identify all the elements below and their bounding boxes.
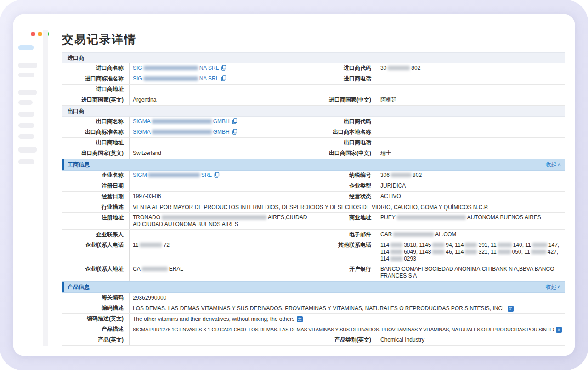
sidebar-item-placeholder[interactable] [18,73,34,77]
value-text: 29362990000 [133,295,166,302]
value-text: 1143818, 114594, 114391, 11140, 11147, 1… [380,242,559,262]
copy-icon[interactable] [221,75,226,81]
sidebar-item-placeholder[interactable] [18,100,33,105]
field-value: PUEYAUTONOMA BUENOS AIRES [377,213,565,229]
field-label: 进口商名称 [62,63,129,74]
link-text[interactable]: NA SRL [199,65,219,71]
field-label: 其他联系电话 [314,240,377,264]
table-row: 出口商名称SIGMAGMBH出口商代码 [62,117,565,127]
sidebar-scrollbar-track[interactable] [43,30,48,346]
translate-icon[interactable]: 文 [556,327,562,333]
translate-icon[interactable]: 文 [297,316,303,322]
translate-icon[interactable]: 文 [508,306,514,312]
table-row: 编码描述(英文)The other vitamins and their der… [62,314,565,324]
sidebar-item-placeholder[interactable] [18,90,37,95]
value-segment: 114 [380,242,389,248]
field-label: 进口商地址 [62,85,129,95]
sidebar-item-placeholder[interactable] [18,123,34,128]
collapse-button[interactable]: 收起∧ [545,283,561,291]
sidebar-item-placeholder[interactable] [18,159,34,164]
copy-icon[interactable] [221,65,226,71]
value-segment: ACTIVO [380,193,401,199]
link-text[interactable]: GMBH [213,118,230,125]
browser-window: 交易记录详情 进口商进口商名称SIGNA SRL进口商代码30802进口商标准名… [13,14,575,356]
sidebar-item-placeholder[interactable] [18,63,37,68]
value-segment: VENTA AL POR MAYOR DE PRODUCTOS INTERMED… [133,204,489,211]
value-segment: BANCO COMAFI SOCIEDAD ANONIMA,CITIBANK N… [380,266,554,279]
table-row: 企业名称SIGMSRL纳税编号306802 [62,171,565,181]
value-text: CAERAL [133,266,183,272]
value-text: VENTA AL POR MAYOR DE PRODUCTOS INTERMED… [133,204,489,211]
value-segment: 30 [380,65,386,71]
value-text: ACTIVO [380,193,401,199]
link-text[interactable]: SIG [133,75,142,82]
value-text: 1997-03-06 [133,193,161,199]
value-segment: LOS DEMAS. LAS DEMAS VITAMINAS Y SUS DER… [133,305,505,312]
redacted-text [144,76,198,81]
field-value: SIGMAGMBH [129,117,314,127]
value-segment: TRONADO [133,214,160,221]
field-label: 出口商国家(中文) [314,148,377,159]
collapse-button[interactable]: 收起∧ [545,161,561,169]
table-row: 行业描述VENTA AL POR MAYOR DE PRODUCTOS INTE… [62,202,565,213]
value-segment: 1997-03-06 [133,193,161,199]
redacted-text [391,173,411,177]
field-label: 进口商标准名称 [62,74,129,84]
field-label: 进口商国家(英文) [62,95,129,105]
copy-icon[interactable] [232,118,237,124]
field-label: 企业类型 [314,181,377,191]
redacted-text [465,250,477,254]
sidebar-item-placeholder[interactable] [18,134,34,139]
value-segment: 94, 114 [446,242,464,248]
field-value: CAERAL [129,264,314,281]
redacted-text [144,66,198,70]
redacted-text [152,130,212,134]
value-text: SIGMA PHR1276 1G ENVASES X 1 GR CA01-CB0… [133,326,554,333]
chevron-up-icon: ∧ [557,162,562,167]
table-row: 企业联系人地址CAERAL开户银行BANCO COMAFI SOCIEDAD A… [62,264,565,281]
link-text[interactable]: NA SRL [199,75,219,82]
field-value: SIGNA SRL [129,74,314,84]
link-text[interactable]: SIGMA [133,118,151,125]
field-label: 注册日期 [62,181,129,191]
field-value: SIGMSRL [129,171,314,181]
sidebar-item-placeholder[interactable] [18,112,34,117]
field-label: 产品描述 [62,324,129,335]
copy-icon[interactable] [214,172,220,178]
field-label: 电子邮件 [314,230,377,240]
value-segment: 46, 114 [446,249,464,255]
value-segment: The other vitamins and their derivatives… [133,316,294,322]
value-segment: CAR [380,231,392,238]
redacted-text [397,215,466,220]
redacted-text [142,267,168,271]
link-text[interactable]: SRL [201,172,212,178]
main-content: 交易记录详情 进口商进口商名称SIGNA SRL进口商代码30802进口商标准名… [62,32,566,346]
field-value: 30802 [377,63,565,74]
sidebar-item-placeholder[interactable] [18,147,37,153]
table-row: 出口商国家(英文)Switzerland出口商国家(中文)瑞士 [62,148,565,159]
redacted-text [465,243,477,247]
link-text[interactable]: SIGMA [133,129,151,135]
link-text[interactable]: SIGM [133,172,147,178]
section-header-exporter: 出口商 [62,106,565,117]
value-text: SIGMAGMBH [133,129,230,135]
copy-icon[interactable] [232,129,237,135]
field-label: 企业联系人地址 [62,264,129,281]
field-value [377,127,565,137]
link-text[interactable]: SIG [133,65,142,71]
field-value: LOS DEMAS. LAS DEMAS VITAMINAS Y SUS DER… [129,303,565,313]
field-value: 阿根廷 [377,95,565,105]
link-text[interactable]: GMBH [213,129,230,135]
close-button[interactable] [31,32,35,36]
field-value: CARAL.COM [377,230,565,240]
value-segment: 802 [413,172,422,178]
field-label: 商业地址 [314,213,377,229]
value-text: Chemical Industry [380,336,424,343]
minimize-button[interactable] [38,32,42,36]
field-label: 编码描述(英文) [62,314,129,324]
table-row: 经营日期1997-03-06经营状态ACTIVO [62,192,565,202]
value-segment: 391, 11 [478,242,496,248]
value-segment: 321, 11 [478,249,496,255]
section-header-business: 工商信息收起∧ [62,159,565,171]
sidebar-item-active[interactable] [18,45,34,50]
